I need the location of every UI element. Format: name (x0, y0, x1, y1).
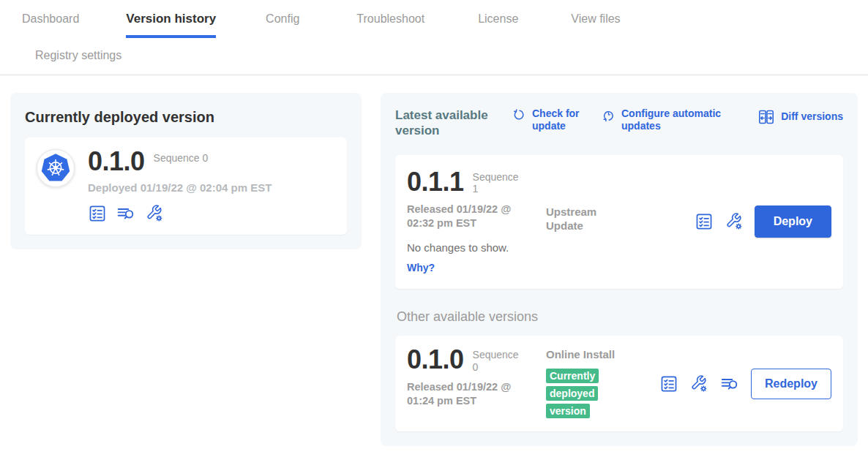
preflight-checks-icon[interactable] (695, 212, 714, 231)
main-content: Currently deployed version (0, 75, 868, 446)
tab-license[interactable]: License (478, 12, 518, 26)
current-version-actions (88, 204, 272, 223)
current-deployed-timestamp: Deployed 01/19/22 @ 02:04 pm EST (88, 181, 272, 194)
preflight-checks-icon[interactable] (659, 374, 678, 393)
kubernetes-logo-icon (39, 151, 72, 185)
latest-version-number: 0.1.1 (407, 170, 464, 195)
redeploy-button[interactable]: Redeploy (751, 369, 831, 399)
view-logs-icon[interactable] (116, 204, 136, 223)
no-changes-text: No changes to show. (407, 241, 533, 254)
edit-config-icon[interactable] (725, 212, 744, 231)
edit-config-icon[interactable] (145, 204, 164, 223)
view-logs-icon[interactable] (719, 374, 740, 393)
tab-version-history[interactable]: Version history (126, 12, 216, 38)
currently-deployed-badge-wrap: Currently deployed version (546, 367, 606, 420)
other-versions-title: Other available versions (397, 309, 843, 325)
refresh-icon (512, 108, 526, 122)
edit-config-icon[interactable] (689, 374, 708, 393)
current-sequence-label: Sequence 0 (154, 149, 209, 165)
nav-tabs-row-2: Registry settings (0, 38, 868, 75)
other-source-column: Online Install Currently deployed versio… (546, 347, 616, 420)
auto-update-schedule-icon (602, 108, 616, 122)
app-logo (37, 149, 75, 187)
latest-version-title: Latest available version (395, 107, 499, 139)
other-version-number: 0.1.0 (407, 347, 464, 372)
nav-tabs-row-1: Dashboard Version history Config Trouble… (0, 12, 868, 38)
diff-versions-label: Diff versions (781, 110, 843, 123)
latest-version-card: 0.1.1 Sequence 1 Released 01/19/22 @ 02:… (395, 155, 843, 289)
other-version-actions: Redeploy (659, 369, 831, 399)
why-link[interactable]: Why? (407, 262, 435, 273)
available-versions-panel: Latest available version Check for updat… (381, 93, 858, 446)
diff-versions-icon (757, 108, 775, 126)
tab-view-files[interactable]: View files (571, 12, 620, 26)
check-for-update-link[interactable]: Check for update (512, 107, 585, 132)
tab-troubleshoot[interactable]: Troubleshoot (356, 12, 424, 26)
latest-sequence-label: Sequence 1 (473, 170, 524, 196)
currently-deployed-title: Currently deployed version (25, 109, 347, 126)
current-version-number: 0.1.0 (88, 149, 145, 174)
check-for-update-label: Check for update (532, 107, 585, 132)
latest-version-actions: Deploy (695, 205, 831, 238)
preflight-checks-icon[interactable] (88, 204, 107, 223)
other-version-card: 0.1.0 Sequence 0 Released 01/19/22 @ 01:… (395, 336, 843, 432)
currently-deployed-badge: Currently deployed version (546, 369, 599, 418)
currently-deployed-card: 0.1.0 Sequence 0 Deployed 01/19/22 @ 02:… (25, 137, 347, 235)
latest-source-column: Upstream Update (546, 170, 616, 233)
other-released-timestamp: Released 01/19/22 @ 01:24 pm EST (407, 380, 525, 408)
tab-registry-settings[interactable]: Registry settings (35, 49, 121, 61)
tab-dashboard[interactable]: Dashboard (22, 12, 79, 26)
top-navigation: Dashboard Version history Config Trouble… (0, 0, 868, 75)
latest-released-timestamp: Released 01/19/22 @ 02:32 pm EST (407, 203, 525, 230)
current-version-info: 0.1.0 Sequence 0 Deployed 01/19/22 @ 02:… (88, 149, 272, 223)
other-sequence-label: Sequence 0 (473, 347, 524, 374)
latest-version-header: Latest available version Check for updat… (395, 107, 843, 139)
latest-version-info: 0.1.1 Sequence 1 Released 01/19/22 @ 02:… (407, 170, 533, 274)
configure-automatic-updates-label: Configure automatic updates (621, 107, 741, 132)
tab-config[interactable]: Config (266, 12, 299, 26)
other-version-info: 0.1.0 Sequence 0 Released 01/19/22 @ 01:… (407, 347, 533, 408)
currently-deployed-panel: Currently deployed version (10, 93, 362, 249)
deploy-button[interactable]: Deploy (755, 205, 831, 238)
configure-automatic-updates-link[interactable]: Configure automatic updates (602, 107, 741, 132)
other-source-label: Online Install (546, 347, 616, 362)
latest-source-label: Upstream Update (546, 205, 616, 233)
diff-versions-link[interactable]: Diff versions (757, 107, 843, 126)
